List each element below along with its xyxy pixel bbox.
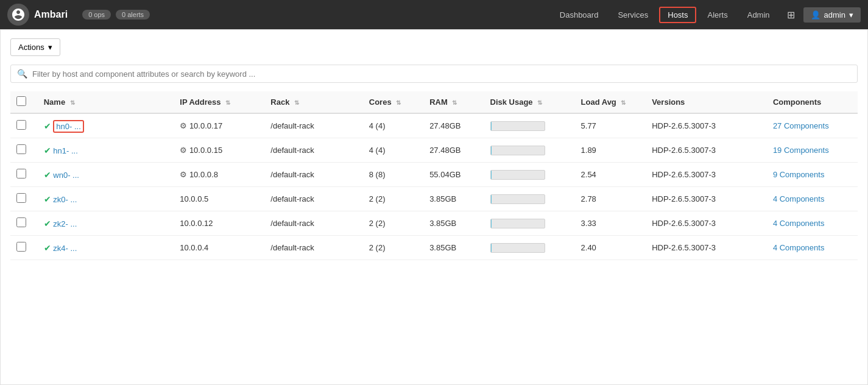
hosts-table: Name ⇅ IP Address ⇅ Rack ⇅ Cores ⇅ RAM <box>10 91 858 260</box>
settings-icon[interactable]: ⚙ <box>180 146 189 155</box>
header-name[interactable]: Name ⇅ <box>38 91 174 113</box>
host-name-link[interactable]: zk4- ... <box>53 244 77 253</box>
disk-sort-icon: ⇅ <box>537 99 542 106</box>
status-icon: ✔ <box>44 194 51 204</box>
host-name-link[interactable]: hn0- ... <box>53 120 83 133</box>
ip-address: 10.0.0.12 <box>180 219 213 228</box>
version: HDP-2.6.5.3007-3 <box>646 163 767 187</box>
disk-bar-container <box>490 121 545 131</box>
cores: 4 (4) <box>363 113 423 138</box>
ip-address: 10.0.0.4 <box>180 243 208 252</box>
ip-address: 10.0.0.5 <box>180 194 208 203</box>
rack: /default-rack <box>264 187 362 211</box>
row-checkbox[interactable] <box>16 193 26 203</box>
settings-icon[interactable]: ⚙ <box>180 170 189 179</box>
components-link[interactable]: 4 Components <box>773 194 825 203</box>
row-checkbox[interactable] <box>16 217 26 227</box>
disk-bar-fill <box>491 195 492 203</box>
status-icon: ✔ <box>44 219 51 228</box>
row-checkbox[interactable] <box>16 242 26 252</box>
disk-bar-container <box>490 219 545 228</box>
brand-name: Ambari <box>34 9 68 20</box>
header-rack[interactable]: Rack ⇅ <box>264 91 362 113</box>
version: HDP-2.6.5.3007-3 <box>646 187 767 211</box>
host-name-link[interactable]: hn1- ... <box>53 146 77 155</box>
header-cores[interactable]: Cores ⇅ <box>363 91 423 113</box>
status-icon: ✔ <box>44 121 51 131</box>
admin-menu[interactable]: 👤 admin ▾ <box>803 7 861 23</box>
ip-address: 10.0.0.17 <box>189 121 222 130</box>
nav-hosts[interactable]: Hosts <box>659 7 696 23</box>
nav-services[interactable]: Services <box>609 7 657 23</box>
disk-bar-fill <box>491 219 492 228</box>
search-bar: 🔍 <box>10 65 858 83</box>
components-link[interactable]: 19 Components <box>773 146 829 155</box>
rack: /default-rack <box>264 138 362 163</box>
rack: /default-rack <box>264 163 362 187</box>
header-components: Components <box>767 91 858 113</box>
cores: 4 (4) <box>363 138 423 163</box>
admin-chevron-icon: ▾ <box>849 10 853 19</box>
table-row: ✔ zk4- ...10.0.0.4/default-rack2 (2)3.85… <box>10 236 858 260</box>
version: HDP-2.6.5.3007-3 <box>646 113 767 138</box>
ip-address: 10.0.0.8 <box>189 170 218 179</box>
row-checkbox[interactable] <box>16 169 26 178</box>
actions-button[interactable]: Actions ▾ <box>10 38 60 56</box>
version: HDP-2.6.5.3007-3 <box>646 138 767 163</box>
disk-bar-container <box>490 146 545 155</box>
table-row: ✔ zk2- ...10.0.0.12/default-rack2 (2)3.8… <box>10 211 858 236</box>
host-name-link[interactable]: wn0- ... <box>53 171 79 180</box>
status-icon: ✔ <box>44 170 51 180</box>
alerts-badge[interactable]: 0 alerts <box>116 10 150 19</box>
disk-bar-container <box>490 170 545 180</box>
name-sort-icon: ⇅ <box>70 99 75 106</box>
nav-admin[interactable]: Admin <box>739 7 778 23</box>
ram: 3.85GB <box>423 211 484 236</box>
brand[interactable]: Ambari <box>7 4 68 26</box>
row-checkbox[interactable] <box>16 144 26 154</box>
cores: 2 (2) <box>363 187 423 211</box>
ops-badge[interactable]: 0 ops <box>82 10 111 19</box>
disk-bar-fill <box>491 146 492 155</box>
nav-dashboard[interactable]: Dashboard <box>551 7 607 23</box>
host-name-link[interactable]: zk0- ... <box>53 195 77 204</box>
header-checkbox-col <box>10 91 38 113</box>
row-checkbox[interactable] <box>16 120 26 130</box>
grid-icon[interactable]: ⊞ <box>781 5 801 24</box>
disk-bar-fill <box>491 122 492 130</box>
ram: 3.85GB <box>423 236 484 260</box>
disk-bar-container <box>490 194 545 204</box>
disk-usage <box>484 187 575 211</box>
brand-logo <box>7 4 29 26</box>
header-disk[interactable]: Disk Usage ⇅ <box>484 91 575 113</box>
status-icon: ✔ <box>44 146 51 155</box>
header-versions: Versions <box>646 91 767 113</box>
select-all-checkbox[interactable] <box>16 96 26 106</box>
settings-icon[interactable]: ⚙ <box>180 121 189 130</box>
host-name-link[interactable]: zk2- ... <box>53 219 77 228</box>
load-avg: 3.33 <box>575 211 646 236</box>
components-link[interactable]: 4 Components <box>773 243 825 252</box>
navbar-nav: Dashboard Services Hosts Alerts Admin ⊞ … <box>551 5 861 24</box>
nav-alerts[interactable]: Alerts <box>699 7 736 23</box>
header-load[interactable]: Load Avg ⇅ <box>575 91 646 113</box>
disk-bar-fill <box>491 244 492 252</box>
components-link[interactable]: 4 Components <box>773 219 825 228</box>
actions-chevron-icon: ▾ <box>48 43 52 52</box>
load-avg: 5.77 <box>575 113 646 138</box>
rack: /default-rack <box>264 113 362 138</box>
actions-label: Actions <box>18 43 44 52</box>
header-ip[interactable]: IP Address ⇅ <box>174 91 264 113</box>
disk-bar-container <box>490 243 545 253</box>
search-input[interactable] <box>32 69 851 79</box>
version: HDP-2.6.5.3007-3 <box>646 236 767 260</box>
components-link[interactable]: 9 Components <box>773 170 825 179</box>
disk-usage <box>484 211 575 236</box>
disk-bar-fill <box>491 171 492 179</box>
disk-usage <box>484 138 575 163</box>
header-ram[interactable]: RAM ⇅ <box>423 91 484 113</box>
components-link[interactable]: 27 Components <box>773 121 829 130</box>
ip-address: 10.0.0.15 <box>189 146 222 155</box>
version: HDP-2.6.5.3007-3 <box>646 211 767 236</box>
table-row: ✔ zk0- ...10.0.0.5/default-rack2 (2)3.85… <box>10 187 858 211</box>
